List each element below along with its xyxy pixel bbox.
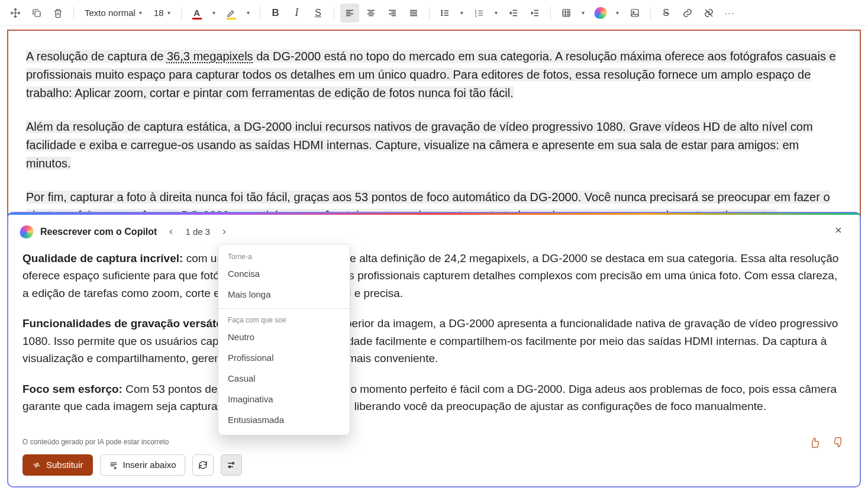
bold-button[interactable]: B <box>266 4 285 22</box>
align-justify-button[interactable] <box>404 4 423 22</box>
move-icon[interactable] <box>6 4 25 22</box>
suggestion-section-2: Funcionalidades de gravação versáteis: a… <box>22 315 846 367</box>
outdent-button[interactable] <box>504 4 523 22</box>
link-button[interactable] <box>678 4 697 22</box>
tone-section-length: Torne-a <box>218 249 350 263</box>
unlink-button[interactable] <box>699 4 718 22</box>
replace-button[interactable]: Substituir <box>22 454 93 476</box>
copilot-title: Reescrever com o Copilot <box>40 227 157 237</box>
align-center-button[interactable] <box>362 4 380 22</box>
chevron-down-icon: ▾ <box>167 9 170 16</box>
close-button[interactable] <box>829 223 848 240</box>
numbered-list-chevron[interactable]: ▾ <box>491 4 502 22</box>
highlight-chevron[interactable]: ▾ <box>243 4 254 22</box>
table-chevron[interactable]: ▾ <box>578 4 589 22</box>
doc-paragraph-1: A resolução de captura de 36,3 megapixel… <box>26 47 842 102</box>
paragraph-style-dropdown[interactable]: Texto normal ▾ <box>80 4 147 22</box>
ai-disclaimer: O conteúdo gerado por IA pode estar inco… <box>22 438 846 446</box>
strikethrough-button[interactable]: S <box>657 4 676 22</box>
svg-point-9 <box>633 11 634 12</box>
bullet-list-button[interactable] <box>435 4 454 22</box>
tone-option-longer[interactable]: Mais longa <box>218 284 350 305</box>
tone-option-concise[interactable]: Concisa <box>218 263 350 284</box>
paragraph-style-label: Texto normal <box>85 8 135 18</box>
svg-point-2 <box>441 12 442 14</box>
next-suggestion-button[interactable] <box>217 225 231 239</box>
align-left-button[interactable] <box>340 4 359 22</box>
tone-adjust-button[interactable] <box>221 454 242 476</box>
svg-rect-8 <box>631 9 638 17</box>
italic-button[interactable]: I <box>288 4 306 22</box>
suggestion-counter: 1 de 3 <box>185 227 210 237</box>
regenerate-button[interactable] <box>192 454 214 476</box>
tone-option-professional[interactable]: Profissional <box>218 347 350 368</box>
document-selection[interactable]: A resolução de captura de 36,3 megapixel… <box>7 30 861 243</box>
svg-text:3: 3 <box>475 14 476 17</box>
svg-rect-0 <box>35 11 40 17</box>
tone-option-imaginative[interactable]: Imaginativa <box>218 389 350 409</box>
tone-section-sound: Faça com que soe <box>218 312 350 327</box>
svg-point-1 <box>441 10 442 11</box>
font-color-button[interactable]: A <box>188 4 206 22</box>
formatting-toolbar: Texto normal ▾ 18 ▾ A ▾ ▾ B I S ▾ 123 ▾ … <box>0 0 868 26</box>
svg-rect-7 <box>563 9 570 17</box>
numbered-list-button[interactable]: 123 <box>470 4 489 22</box>
underline-button[interactable]: S <box>309 4 328 22</box>
copilot-toolbar-button[interactable] <box>591 4 610 22</box>
doc-paragraph-2: Além da resolução de captura estática, a… <box>26 118 842 173</box>
bullet-list-chevron[interactable]: ▾ <box>457 4 467 22</box>
table-button[interactable] <box>557 4 576 22</box>
font-color-chevron[interactable]: ▾ <box>209 4 220 22</box>
copy-icon[interactable] <box>27 4 46 22</box>
suggestion-section-3: Foco sem esforço: Com 53 pontos de foco … <box>22 380 846 415</box>
tone-option-neutral[interactable]: Neutro <box>218 327 350 347</box>
font-size-dropdown[interactable]: 18 ▾ <box>149 4 175 22</box>
font-size-value: 18 <box>154 8 164 18</box>
tone-menu: Torne-a Concisa Mais longa Faça com que … <box>218 244 350 435</box>
image-button[interactable] <box>625 4 644 22</box>
tone-option-casual[interactable]: Casual <box>218 368 350 389</box>
thumbs-down-button[interactable] <box>830 434 847 451</box>
copilot-chevron[interactable]: ▾ <box>612 4 623 22</box>
tone-option-enthusiastic[interactable]: Entusiasmada <box>218 409 350 430</box>
copilot-rewrite-panel: Reescrever com o Copilot 1 de 3 Qualidad… <box>7 212 861 487</box>
copilot-header: Reescrever com o Copilot 1 de 3 <box>8 215 860 245</box>
svg-point-3 <box>441 14 442 15</box>
thumbs-up-button[interactable] <box>806 434 823 451</box>
copilot-suggestion-body: Qualidade de captura incrível: com uma r… <box>8 245 860 434</box>
delete-icon[interactable] <box>49 4 67 22</box>
copilot-actions: Substituir Inserir abaixo <box>22 454 846 476</box>
indent-button[interactable] <box>525 4 544 22</box>
suggestion-section-1: Qualidade de captura incrível: com uma r… <box>22 250 846 302</box>
copilot-icon <box>19 224 34 239</box>
menu-separator <box>218 308 350 309</box>
more-options-button[interactable]: ··· <box>721 4 740 22</box>
highlight-color-button[interactable] <box>222 4 241 22</box>
chevron-down-icon: ▾ <box>139 9 142 16</box>
insert-below-button[interactable]: Inserir abaixo <box>100 454 185 476</box>
feedback-controls <box>806 434 847 451</box>
align-right-button[interactable] <box>383 4 402 22</box>
prev-suggestion-button[interactable] <box>164 225 178 239</box>
megapixel-link[interactable]: 36,3 megapixels <box>167 50 253 63</box>
